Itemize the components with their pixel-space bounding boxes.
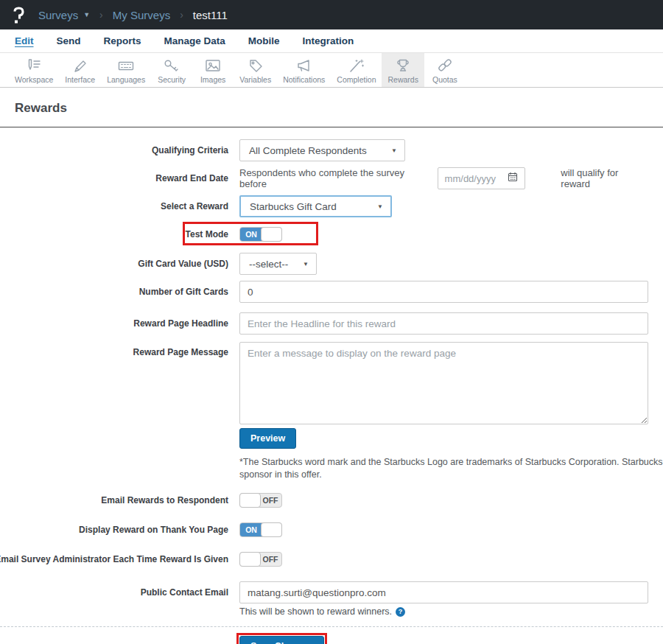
title-divider: [0, 127, 663, 127]
main-nav-tabs: Edit Send Reports Manage Data Mobile Int…: [0, 29, 663, 53]
toolbar-item-images[interactable]: Images: [192, 53, 234, 87]
email-rewards-toggle[interactable]: OFF: [239, 493, 282, 508]
toolbar-item-notifications[interactable]: Notifications: [277, 53, 331, 87]
page-title: Rewards: [15, 101, 648, 116]
edit-icon-toolbar: Workspace Interface Languages Security I…: [0, 53, 663, 88]
display-reward-toggle[interactable]: ON: [239, 522, 282, 537]
save-annotation-box: Save Changes: [236, 633, 327, 644]
qualifying-criteria-label: Qualifying Criteria: [15, 145, 228, 155]
reward-message-label: Reward Page Message: [15, 347, 228, 357]
quotas-icon: [435, 57, 455, 74]
toolbar-item-quotas[interactable]: Quotas: [424, 53, 466, 87]
tab-reports[interactable]: Reports: [104, 35, 141, 46]
variables-icon: [246, 57, 265, 74]
toolbar-item-workspace[interactable]: Workspace: [9, 53, 59, 87]
gift-card-value-select[interactable]: --select-- ▼: [239, 253, 317, 275]
save-changes-button[interactable]: Save Changes: [239, 636, 324, 644]
reward-end-date-input[interactable]: mm/dd/yyyy: [438, 167, 526, 189]
public-email-row: Public Contact Email This will be shown …: [15, 581, 648, 617]
public-email-label: Public Contact Email: [15, 587, 228, 598]
tab-send[interactable]: Send: [57, 35, 81, 46]
security-icon: [162, 57, 181, 74]
toolbar-item-variables[interactable]: Variables: [234, 53, 277, 87]
reward-end-date-text-after: will qualify for reward: [561, 167, 648, 189]
qualifying-criteria-row: Qualifying Criteria All Complete Respond…: [15, 139, 648, 161]
toolbar-item-completion[interactable]: Completion: [331, 53, 382, 87]
reward-message-textarea[interactable]: [239, 342, 648, 424]
public-email-helper: This will be shown to reward winners. ?: [239, 606, 648, 617]
completion-icon: [347, 57, 366, 74]
workspace-icon: [24, 57, 43, 74]
display-reward-row: Display Reward on Thank You Page ON: [15, 522, 648, 537]
select-reward-select[interactable]: Starbucks Gift Card ▼: [239, 195, 392, 217]
tab-integration[interactable]: Integration: [303, 35, 354, 46]
select-arrow-icon: ▼: [303, 261, 309, 267]
number-gift-cards-row: Number of Gift Cards: [15, 281, 648, 303]
footer-divider: [0, 626, 663, 627]
display-reward-label: Display Reward on Thank You Page: [15, 525, 228, 535]
tab-mobile[interactable]: Mobile: [248, 35, 280, 46]
email-rewards-label: Email Rewards to Respondent: [15, 495, 228, 505]
reward-end-date-text-before: Respondents who complete the survey befo…: [239, 167, 430, 189]
select-arrow-icon: ▼: [377, 203, 383, 210]
reward-headline-input[interactable]: [239, 312, 648, 335]
reward-end-date-row: Reward End Date Respondents who complete…: [15, 167, 648, 189]
toggle-knob: [239, 552, 261, 567]
qualifying-criteria-select[interactable]: All Complete Respondents ▼: [239, 139, 405, 161]
help-icon[interactable]: ?: [396, 607, 405, 617]
tab-manage-data[interactable]: Manage Data: [164, 35, 225, 46]
toolbar-item-rewards[interactable]: Rewards: [382, 53, 424, 87]
rewards-trophy-icon: [393, 57, 413, 74]
interface-icon: [71, 57, 90, 74]
test-mode-label: Test Mode: [15, 229, 228, 239]
calendar-icon[interactable]: [508, 172, 518, 185]
starbucks-trademark-note: *The Starbucks word mark and the Starbuc…: [239, 456, 663, 481]
email-rewards-row: Email Rewards to Respondent OFF: [15, 493, 648, 508]
preview-row: Preview *The Starbucks word mark and the…: [15, 428, 648, 493]
toggle-knob: [239, 493, 261, 508]
reward-message-row: Reward Page Message: [15, 342, 648, 424]
breadcrumb-survey-name: test111: [193, 9, 228, 21]
public-email-input[interactable]: [239, 581, 648, 603]
toggle-knob: [261, 522, 282, 537]
reward-end-date-label: Reward End Date: [15, 173, 228, 183]
breadcrumb-surveys[interactable]: Surveys ▼: [38, 9, 90, 21]
breadcrumb-my-surveys[interactable]: My Surveys: [113, 9, 170, 21]
reward-headline-label: Reward Page Headline: [15, 318, 228, 329]
gift-card-value-label: Gift Card Value (USD): [15, 259, 228, 269]
number-gift-cards-input[interactable]: [239, 281, 648, 303]
breadcrumb-separator: ›: [99, 9, 103, 21]
email-admin-label: Email Survey Administrator Each Time Rew…: [15, 554, 228, 564]
top-header-bar: Surveys ▼ › My Surveys › test111: [0, 0, 663, 29]
number-gift-cards-label: Number of Gift Cards: [15, 287, 228, 297]
toolbar-item-languages[interactable]: Languages: [101, 53, 151, 87]
test-mode-row: Test Mode ON: [15, 223, 648, 245]
select-reward-row: Select a Reward Starbucks Gift Card ▼: [15, 195, 648, 217]
tab-edit[interactable]: Edit: [15, 35, 34, 46]
questionpro-logo-icon[interactable]: [10, 5, 27, 24]
breadcrumb-separator: ›: [180, 9, 183, 21]
notifications-icon: [295, 57, 314, 74]
chevron-down-icon: ▼: [83, 11, 90, 18]
toolbar-item-interface[interactable]: Interface: [59, 53, 101, 87]
preview-button[interactable]: Preview: [239, 428, 296, 449]
email-admin-row: Email Survey Administrator Each Time Rew…: [15, 552, 648, 567]
select-arrow-icon: ▼: [391, 147, 397, 154]
gift-card-value-row: Gift Card Value (USD) --select-- ▼: [15, 253, 648, 275]
test-mode-toggle[interactable]: ON: [239, 227, 282, 242]
toggle-knob: [261, 227, 282, 242]
images-icon: [203, 57, 222, 74]
save-row: Save Changes: [236, 633, 648, 644]
reward-headline-row: Reward Page Headline: [15, 312, 648, 335]
toolbar-item-security[interactable]: Security: [151, 53, 192, 87]
languages-icon: [116, 57, 136, 74]
email-admin-toggle[interactable]: OFF: [239, 552, 282, 567]
rewards-settings-panel: Rewards Qualifying Criteria All Complete…: [0, 88, 663, 644]
select-reward-label: Select a Reward: [15, 201, 228, 211]
